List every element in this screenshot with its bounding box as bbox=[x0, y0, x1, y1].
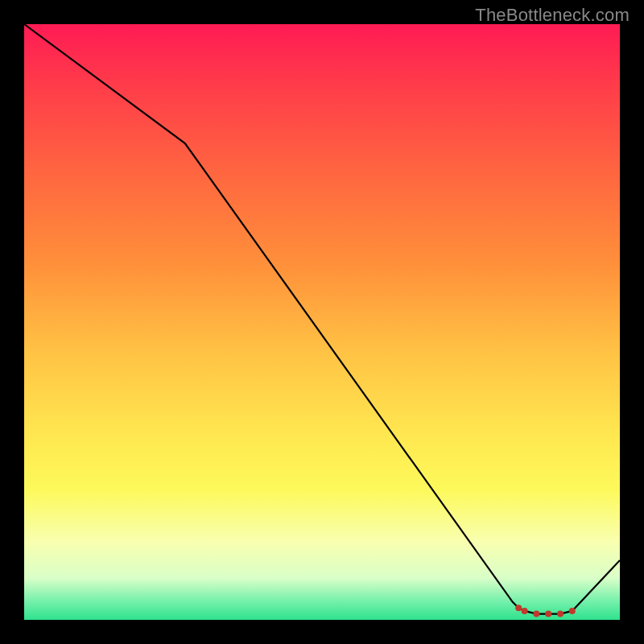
marker-point bbox=[515, 605, 522, 611]
watermark-text: TheBottleneck.com bbox=[475, 5, 630, 26]
marker-point bbox=[569, 608, 576, 614]
chart-frame: TheBottleneck.com bbox=[0, 0, 644, 644]
marker-point bbox=[522, 608, 528, 614]
curve-markers bbox=[515, 605, 576, 617]
plot-area bbox=[24, 24, 620, 620]
marker-point bbox=[545, 611, 551, 617]
marker-point bbox=[533, 611, 539, 617]
marker-point bbox=[557, 611, 564, 617]
chart-svg bbox=[24, 24, 620, 620]
curve-line bbox=[24, 24, 620, 614]
